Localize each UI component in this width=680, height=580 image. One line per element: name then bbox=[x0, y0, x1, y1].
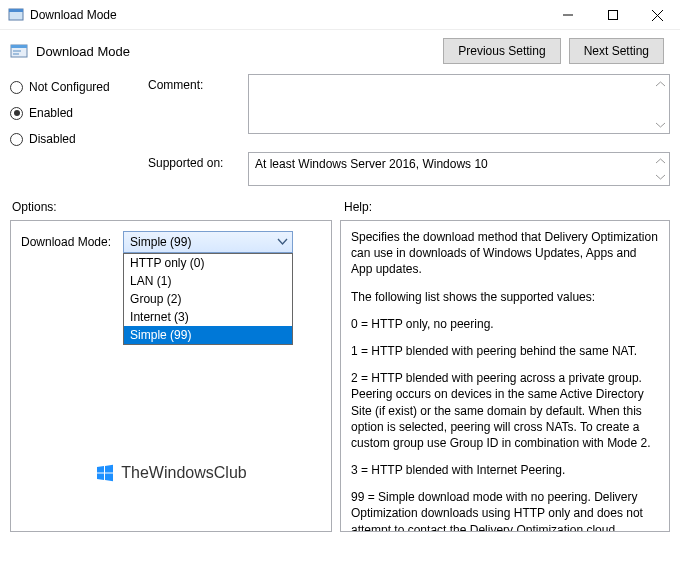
scroll-up-icon bbox=[652, 153, 669, 169]
watermark: TheWindowsClub bbox=[11, 463, 331, 483]
svg-rect-3 bbox=[608, 11, 617, 20]
radio-disabled[interactable]: Disabled bbox=[10, 132, 138, 146]
section-headers: Options: Help: bbox=[0, 194, 680, 220]
titlebar: Download Mode bbox=[0, 0, 680, 30]
scroll-down-icon bbox=[652, 169, 669, 185]
help-paragraph: 99 = Simple download mode with no peerin… bbox=[351, 489, 659, 532]
supported-on-box: At least Windows Server 2016, Windows 10 bbox=[248, 152, 670, 186]
scroll-down-icon bbox=[652, 116, 669, 133]
app-icon bbox=[8, 7, 24, 23]
window-title: Download Mode bbox=[30, 8, 545, 22]
settings-form: Not Configured Enabled Disabled Comment:… bbox=[0, 68, 680, 194]
help-panel: Specifies the download method that Deliv… bbox=[340, 220, 670, 532]
close-button[interactable] bbox=[635, 0, 680, 30]
window-controls bbox=[545, 0, 680, 29]
help-paragraph: The following list shows the supported v… bbox=[351, 289, 659, 305]
svg-marker-13 bbox=[105, 474, 113, 482]
page-title: Download Mode bbox=[36, 44, 435, 59]
radio-icon bbox=[10, 133, 23, 146]
options-label: Options: bbox=[12, 200, 344, 214]
comment-textarea[interactable] bbox=[248, 74, 670, 134]
svg-marker-10 bbox=[97, 466, 104, 473]
header: Download Mode Previous Setting Next Sett… bbox=[0, 30, 680, 68]
scroll-up-icon bbox=[652, 75, 669, 92]
radio-icon bbox=[10, 107, 23, 120]
comment-label: Comment: bbox=[148, 74, 238, 92]
chevron-down-icon bbox=[277, 236, 288, 250]
svg-marker-12 bbox=[97, 474, 104, 481]
svg-rect-9 bbox=[13, 53, 19, 55]
select-dropdown: HTTP only (0) LAN (1) Group (2) Internet… bbox=[123, 253, 293, 345]
download-mode-select[interactable]: Simple (99) HTTP only (0) LAN (1) Group … bbox=[123, 231, 293, 253]
select-option[interactable]: Group (2) bbox=[124, 290, 292, 308]
help-paragraph: 3 = HTTP blended with Internet Peering. bbox=[351, 462, 659, 478]
help-paragraph: 0 = HTTP only, no peering. bbox=[351, 316, 659, 332]
radio-label: Not Configured bbox=[29, 80, 110, 94]
radio-enabled[interactable]: Enabled bbox=[10, 106, 138, 120]
scrollbar[interactable] bbox=[652, 153, 669, 185]
select-option[interactable]: Internet (3) bbox=[124, 308, 292, 326]
select-option[interactable]: HTTP only (0) bbox=[124, 254, 292, 272]
maximize-button[interactable] bbox=[590, 0, 635, 30]
help-label: Help: bbox=[344, 200, 372, 214]
svg-rect-8 bbox=[13, 50, 21, 52]
radio-not-configured[interactable]: Not Configured bbox=[10, 80, 138, 94]
options-panel: Download Mode: Simple (99) HTTP only (0)… bbox=[10, 220, 332, 532]
radio-label: Disabled bbox=[29, 132, 76, 146]
download-mode-label: Download Mode: bbox=[21, 235, 111, 249]
svg-rect-1 bbox=[9, 9, 23, 12]
svg-marker-11 bbox=[105, 465, 113, 473]
select-option[interactable]: LAN (1) bbox=[124, 272, 292, 290]
minimize-button[interactable] bbox=[545, 0, 590, 30]
select-option[interactable]: Simple (99) bbox=[124, 326, 292, 344]
supported-on-label: Supported on: bbox=[148, 152, 238, 170]
radio-icon bbox=[10, 81, 23, 94]
lower-panels: Download Mode: Simple (99) HTTP only (0)… bbox=[0, 220, 680, 542]
next-setting-button[interactable]: Next Setting bbox=[569, 38, 664, 64]
scrollbar[interactable] bbox=[652, 75, 669, 133]
svg-rect-7 bbox=[11, 45, 27, 48]
select-display[interactable]: Simple (99) bbox=[123, 231, 293, 253]
previous-setting-button[interactable]: Previous Setting bbox=[443, 38, 560, 64]
radio-label: Enabled bbox=[29, 106, 73, 120]
supported-on-value: At least Windows Server 2016, Windows 10 bbox=[255, 157, 488, 171]
help-paragraph: Specifies the download method that Deliv… bbox=[351, 229, 659, 278]
select-value: Simple (99) bbox=[130, 235, 191, 249]
watermark-text: TheWindowsClub bbox=[121, 464, 246, 482]
help-paragraph: 2 = HTTP blended with peering across a p… bbox=[351, 370, 659, 451]
windows-logo-icon bbox=[95, 463, 115, 483]
help-paragraph: 1 = HTTP blended with peering behind the… bbox=[351, 343, 659, 359]
state-radios: Not Configured Enabled Disabled bbox=[10, 74, 138, 146]
policy-icon bbox=[10, 42, 28, 60]
